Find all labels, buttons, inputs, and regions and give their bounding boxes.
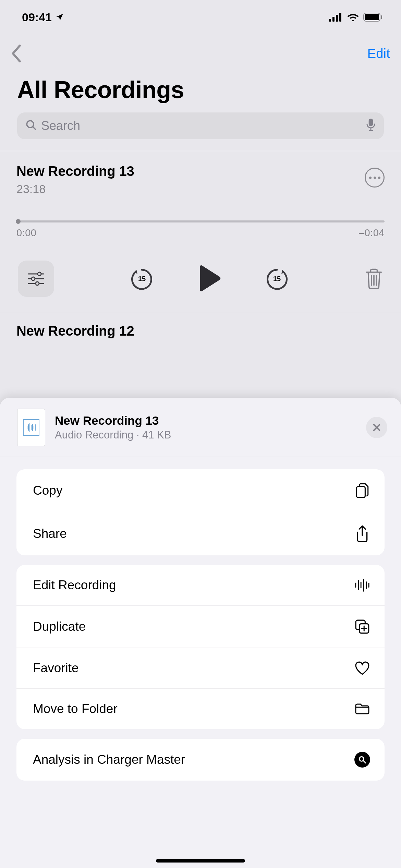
analysis-app-icon bbox=[354, 752, 370, 768]
search-input[interactable] bbox=[41, 119, 362, 133]
menu-item-analysis[interactable]: Analysis in Charger Master bbox=[16, 739, 385, 781]
svg-rect-9 bbox=[369, 119, 373, 126]
svg-line-8 bbox=[33, 127, 36, 130]
nav-bar: Edit bbox=[0, 34, 401, 69]
duplicate-icon bbox=[354, 619, 370, 635]
sliders-icon bbox=[27, 271, 45, 286]
menu-label: Analysis in Charger Master bbox=[33, 752, 185, 767]
svg-rect-3 bbox=[339, 13, 341, 22]
close-button[interactable] bbox=[366, 417, 387, 438]
svg-point-13 bbox=[32, 277, 35, 280]
search-icon bbox=[25, 119, 37, 132]
skip-back-button[interactable]: 15 bbox=[130, 266, 154, 291]
menu-item-duplicate[interactable]: Duplicate bbox=[16, 605, 385, 648]
recording-item-expanded: New Recording 13 23:18 0:00 –0:04 15 bbox=[0, 151, 401, 313]
menu-label: Copy bbox=[33, 483, 62, 498]
close-icon bbox=[372, 423, 381, 432]
playback-options-button[interactable] bbox=[18, 261, 54, 297]
menu-item-favorite[interactable]: Favorite bbox=[16, 648, 385, 688]
delete-button[interactable] bbox=[365, 268, 383, 289]
menu-group: Copy Share bbox=[16, 469, 385, 555]
trash-icon bbox=[365, 268, 383, 289]
svg-point-11 bbox=[38, 272, 41, 276]
svg-rect-6 bbox=[381, 15, 382, 19]
action-sheet: New Recording 13 Audio Recording · 41 KB… bbox=[0, 398, 401, 868]
svg-rect-2 bbox=[336, 15, 338, 22]
edit-button[interactable]: Edit bbox=[367, 46, 390, 61]
status-time: 09:41 bbox=[22, 11, 52, 24]
svg-rect-5 bbox=[365, 14, 379, 20]
home-indicator[interactable] bbox=[156, 859, 245, 863]
svg-point-15 bbox=[36, 282, 39, 285]
battery-icon bbox=[363, 13, 383, 22]
status-bar: 09:41 bbox=[0, 0, 401, 34]
recording-title: New Recording 13 bbox=[16, 164, 134, 179]
scrubber-knob[interactable] bbox=[16, 219, 21, 224]
ellipsis-icon bbox=[369, 177, 380, 179]
heart-icon bbox=[354, 661, 370, 675]
recording-item[interactable]: New Recording 12 bbox=[0, 313, 401, 349]
sheet-title: New Recording 13 bbox=[55, 414, 171, 427]
menu-item-copy[interactable]: Copy bbox=[16, 469, 385, 512]
menu-label: Edit Recording bbox=[33, 578, 116, 592]
sheet-header: New Recording 13 Audio Recording · 41 KB bbox=[0, 398, 401, 457]
sheet-subtitle: Audio Recording · 41 KB bbox=[55, 429, 171, 441]
waveform-icon bbox=[354, 578, 370, 592]
recording-timestamp: 23:18 bbox=[16, 182, 134, 196]
play-icon bbox=[197, 265, 221, 292]
svg-rect-1 bbox=[332, 17, 335, 22]
remaining-time: –0:04 bbox=[359, 227, 385, 239]
svg-rect-16 bbox=[356, 487, 365, 497]
menu-label: Favorite bbox=[33, 661, 79, 675]
back-button[interactable] bbox=[10, 45, 23, 62]
share-icon bbox=[354, 525, 370, 542]
menu-item-share[interactable]: Share bbox=[16, 512, 385, 555]
file-thumbnail-icon bbox=[17, 409, 45, 446]
cellular-signal-icon bbox=[329, 13, 343, 22]
more-options-button[interactable] bbox=[365, 168, 385, 188]
playback-scrubber[interactable] bbox=[16, 220, 385, 222]
wifi-icon bbox=[347, 13, 359, 22]
search-field[interactable] bbox=[17, 112, 384, 139]
copy-icon bbox=[354, 482, 370, 499]
elapsed-time: 0:00 bbox=[16, 227, 36, 239]
menu-group: Edit Recording Duplicate Favorite Move t… bbox=[16, 565, 385, 729]
menu-item-move-to-folder[interactable]: Move to Folder bbox=[16, 688, 385, 729]
menu-label: Share bbox=[33, 527, 67, 541]
menu-label: Move to Folder bbox=[33, 702, 118, 716]
folder-icon bbox=[354, 702, 370, 716]
menu-label: Duplicate bbox=[33, 619, 86, 634]
skip-forward-button[interactable]: 15 bbox=[265, 266, 289, 291]
svg-line-29 bbox=[363, 761, 366, 763]
dictation-icon[interactable] bbox=[366, 119, 376, 133]
location-icon bbox=[55, 13, 64, 22]
svg-rect-0 bbox=[329, 19, 331, 22]
play-button[interactable] bbox=[197, 265, 221, 292]
page-title: All Recordings bbox=[0, 69, 401, 112]
skip-forward-label: 15 bbox=[273, 275, 281, 283]
menu-group: Analysis in Charger Master bbox=[16, 739, 385, 781]
skip-back-label: 15 bbox=[138, 275, 146, 283]
menu-item-edit-recording[interactable]: Edit Recording bbox=[16, 565, 385, 605]
